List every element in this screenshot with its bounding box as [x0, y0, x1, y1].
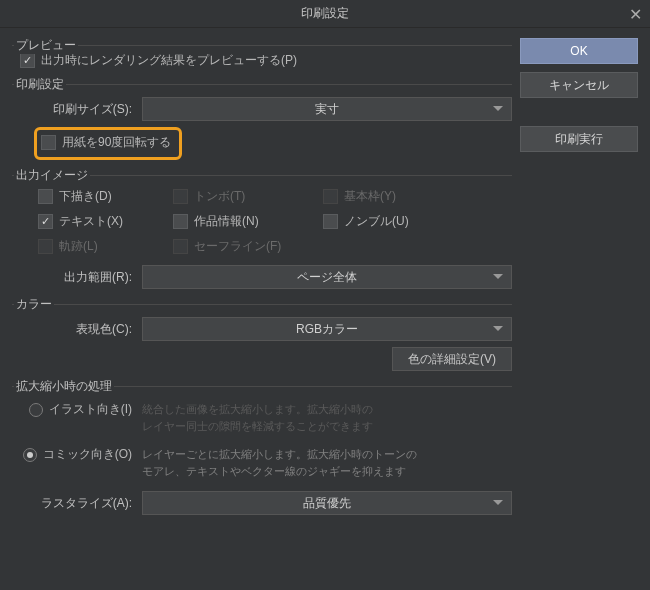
titlebar: 印刷設定 ✕	[0, 0, 650, 28]
checkbox-icon	[41, 135, 56, 150]
tombo-checkbox: トンボ(T)	[173, 188, 323, 205]
ok-button[interactable]: OK	[520, 38, 638, 64]
checkbox-icon	[38, 214, 53, 229]
output-range-select[interactable]: ページ全体	[142, 265, 512, 289]
ok-label: OK	[570, 44, 587, 58]
print-size-select[interactable]: 実寸	[142, 97, 512, 121]
output-image-fieldset: 出力イメージ 下描き(D) トンボ(T) 基本枠(Y)	[12, 168, 512, 289]
cancel-button[interactable]: キャンセル	[520, 72, 638, 98]
radio-icon	[29, 403, 43, 417]
print-size-value: 実寸	[315, 101, 339, 118]
checkbox-icon	[173, 214, 188, 229]
comic-radio[interactable]: コミック向き(O)	[23, 446, 132, 463]
print-settings-fieldset: 印刷設定 印刷サイズ(S): 実寸 用紙を90度回転	[12, 77, 512, 160]
print-exec-button[interactable]: 印刷実行	[520, 126, 638, 152]
print-settings-legend: 印刷設定	[14, 76, 66, 93]
safeline-label: セーフライン(F)	[194, 238, 281, 255]
text-label: テキスト(X)	[59, 213, 123, 230]
preview-on-output-checkbox[interactable]: 出力時にレンダリング結果をプレビューする(P)	[20, 52, 297, 69]
draft-checkbox[interactable]: 下描き(D)	[38, 188, 173, 205]
chevron-down-icon	[493, 326, 503, 332]
scaling-legend: 拡大縮小時の処理	[14, 378, 114, 395]
rasterize-select[interactable]: 品質優先	[142, 491, 512, 515]
nombre-label: ノンブル(U)	[344, 213, 409, 230]
close-icon: ✕	[629, 5, 642, 24]
color-legend: カラー	[14, 296, 54, 313]
close-button[interactable]: ✕	[620, 0, 650, 28]
color-detail-button[interactable]: 色の詳細設定(V)	[392, 347, 512, 371]
output-range-label: 出力範囲(R):	[12, 269, 142, 286]
color-fieldset: カラー 表現色(C): RGBカラー 色の詳細設定(V)	[12, 297, 512, 371]
preview-legend: プレビュー	[14, 37, 78, 54]
trajectory-checkbox: 軌跡(L)	[38, 238, 173, 255]
output-range-value: ページ全体	[297, 269, 357, 286]
checkbox-icon	[38, 239, 53, 254]
scaling-fieldset: 拡大縮小時の処理 イラスト向き(I) 統合した画像を拡大縮小します。拡大縮小時の…	[12, 379, 512, 515]
basic-frame-checkbox: 基本枠(Y)	[323, 188, 463, 205]
checkbox-icon	[38, 189, 53, 204]
safeline-checkbox: セーフライン(F)	[173, 238, 323, 255]
draft-label: 下描き(D)	[59, 188, 112, 205]
print-size-label: 印刷サイズ(S):	[12, 101, 142, 118]
basic-frame-label: 基本枠(Y)	[344, 188, 396, 205]
nombre-checkbox[interactable]: ノンブル(U)	[323, 213, 463, 230]
chevron-down-icon	[493, 500, 503, 506]
checkbox-icon	[323, 214, 338, 229]
expression-color-label: 表現色(C):	[12, 321, 142, 338]
preview-fieldset: プレビュー 出力時にレンダリング結果をプレビューする(P)	[12, 38, 512, 69]
color-detail-label: 色の詳細設定(V)	[408, 351, 496, 368]
illust-radio[interactable]: イラスト向き(I)	[29, 401, 132, 418]
checkbox-icon	[20, 53, 35, 68]
work-info-checkbox[interactable]: 作品情報(N)	[173, 213, 323, 230]
comic-radio-label: コミック向き(O)	[43, 446, 132, 463]
rotate90-highlight: 用紙を90度回転する	[34, 127, 182, 160]
dialog-title: 印刷設定	[301, 5, 349, 22]
expression-color-value: RGBカラー	[296, 321, 358, 338]
checkbox-icon	[173, 189, 188, 204]
rotate90-label: 用紙を90度回転する	[62, 134, 171, 151]
trajectory-label: 軌跡(L)	[59, 238, 98, 255]
print-exec-label: 印刷実行	[555, 131, 603, 148]
rasterize-label: ラスタライズ(A):	[12, 495, 142, 512]
text-checkbox[interactable]: テキスト(X)	[38, 213, 173, 230]
expression-color-select[interactable]: RGBカラー	[142, 317, 512, 341]
preview-on-output-label: 出力時にレンダリング結果をプレビューする(P)	[41, 52, 297, 69]
comic-desc: レイヤーごとに拡大縮小します。拡大縮小時のトーンの モアレ、テキストやベクター線…	[142, 446, 417, 479]
illust-desc: 統合した画像を拡大縮小します。拡大縮小時の レイヤー同士の隙間を軽減することがで…	[142, 401, 373, 434]
checkbox-icon	[173, 239, 188, 254]
radio-icon	[23, 448, 37, 462]
tombo-label: トンボ(T)	[194, 188, 245, 205]
rotate90-checkbox[interactable]: 用紙を90度回転する	[41, 134, 171, 151]
illust-radio-label: イラスト向き(I)	[49, 401, 132, 418]
chevron-down-icon	[493, 274, 503, 280]
output-image-legend: 出力イメージ	[14, 167, 90, 184]
rasterize-value: 品質優先	[303, 495, 351, 512]
checkbox-icon	[323, 189, 338, 204]
chevron-down-icon	[493, 106, 503, 112]
cancel-label: キャンセル	[549, 77, 609, 94]
work-info-label: 作品情報(N)	[194, 213, 259, 230]
